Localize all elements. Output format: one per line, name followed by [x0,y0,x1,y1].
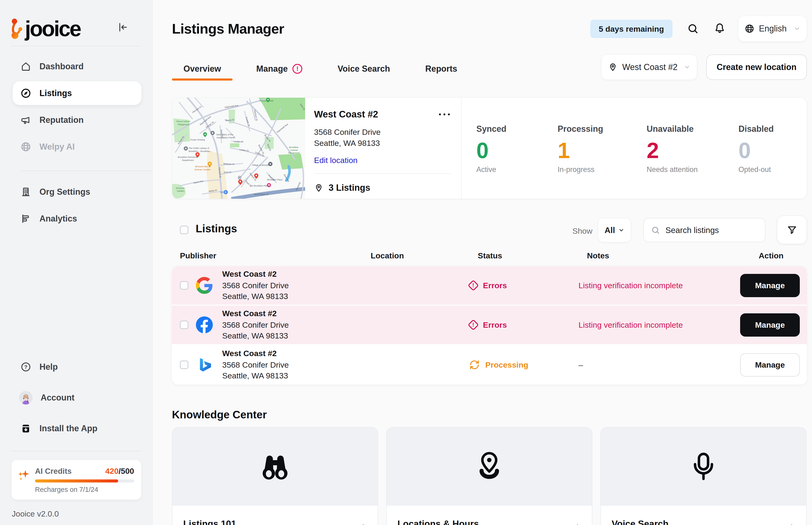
column-header-location: Location [371,251,404,260]
bell-icon[interactable] [713,21,726,35]
arrow-right-icon[interactable]: → [570,518,581,525]
megaphone-icon [20,115,31,126]
sidebar-item-reputation[interactable]: Reputation [13,108,141,132]
arrow-right-icon[interactable]: → [356,518,367,525]
tab-label: Reports [425,64,457,74]
row-address1: 3568 Conifer Drive [222,319,469,330]
manage-button[interactable]: Manage [740,274,800,297]
manage-button[interactable]: Manage [740,353,800,377]
sidebar-item-label: Account [41,393,74,403]
row-checkbox[interactable] [180,321,189,329]
row-address1: 3568 Conifer Drive [222,280,469,291]
stat-unavailable: Unavailable 2 Needs attention [647,124,738,199]
compass-icon [20,88,31,99]
address-line1: 3568 Conifer Drive [314,126,451,138]
search-listings-input[interactable] [665,225,771,235]
create-location-button[interactable]: Create new location [706,55,807,80]
error-diamond-icon: ! [468,319,479,330]
bar-chart-icon [20,213,31,224]
sidebar-item-listings[interactable]: Listings [13,81,141,105]
tab-bar: Overview Manage ! Voice Search Reports [172,62,469,76]
bing-logo-icon [196,356,213,373]
row-checkbox[interactable] [180,361,189,369]
stat-sublabel: Opted-out [738,165,774,174]
table-row-google: West Coast #2 3568 Conifer Drive Seattle… [172,266,807,305]
app-logo[interactable]: jooice [11,16,80,41]
tab-manage[interactable]: Manage ! [245,62,314,76]
overflow-menu-icon[interactable] [438,112,451,117]
manage-button[interactable]: Manage [740,313,800,336]
logo-text: jooice [25,18,80,40]
ai-credits-card: AI Credits 420 /500 Recharges on 7/1/24 [12,460,141,500]
sidebar-item-label: Org Settings [40,187,90,197]
knowledge-card-voice-search[interactable]: Voice Search → Find out how voice search… [600,427,807,525]
divider [11,46,142,46]
tab-overview[interactable]: Overview [172,62,232,76]
svg-text:Saint Mary of the: Saint Mary of the [216,133,233,136]
location-map[interactable]: Parsons FieldKent StAspinwall AveHarriso… [172,98,305,199]
row-address2: Seattle, WA 98133 [222,291,469,302]
tab-label: Overview [183,64,221,74]
row-address1: 3568 Conifer Drive [222,359,469,370]
sidebar-item-org-settings[interactable]: Org Settings [13,180,141,204]
show-filter-select[interactable]: All [598,218,631,242]
row-status: Processing [485,360,528,370]
svg-text:Emerson: Emerson [176,187,185,189]
ai-credits-progressbar [35,479,134,482]
knowledge-card-locations-hours[interactable]: Locations & Hours → Create and manage mu… [386,427,592,525]
location-selector[interactable]: West Coast #2 [601,55,697,80]
knowledge-cards: Listings 101 → Learn about publisher act… [172,427,807,525]
sidebar-collapse-icon[interactable] [117,21,129,33]
sidebar-item-account[interactable]: Account [13,386,141,409]
sparkles-icon [17,468,30,494]
arrow-right-icon[interactable]: → [784,518,795,525]
svg-text:Power Rowing: Power Rowing [191,138,205,141]
stat-label: Disabled [738,124,774,134]
card-hero [601,427,806,506]
address-line2: Seattle, WA 98133 [314,138,451,149]
sidebar-item-analytics[interactable]: Analytics [13,207,141,230]
funnel-icon [787,225,797,235]
ai-credits-label: AI Credits [35,467,105,476]
show-filter-value: All [605,225,615,235]
svg-text:Garden: Garden [177,190,184,192]
map-pin-icon [314,183,324,193]
svg-text:Playground: Playground [178,123,189,126]
row-location-name: West Coast #2 [222,349,469,358]
sidebar-item-label: Install the App [40,423,97,433]
filter-button[interactable] [777,216,807,244]
sidebar-bottom-nav: ? Help Account [0,355,153,447]
column-header-action: Action [759,251,784,260]
location-address: 3568 Conifer Drive Seattle, WA 98133 [314,126,451,149]
table-row-bing: West Coast #2 3568 Conifer Drive Seattle… [172,345,807,385]
install-app-icon [20,423,31,434]
svg-text:Brookline – Brookline...: Brookline – Brookline... [189,150,212,152]
sidebar-item-welpy-ai[interactable]: Welpy AI [13,135,141,159]
edit-location-link[interactable]: Edit location [314,156,358,165]
language-selector[interactable]: English [738,16,807,42]
svg-text:Pierce School: Pierce School [176,120,190,123]
table-row-facebook: West Coast #2 3568 Conifer Drive Seattle… [172,305,807,345]
svg-text:Blossom Bar at: Blossom Bar at [195,165,210,168]
sidebar-item-install-app[interactable]: Install the App [13,417,141,440]
knowledge-card-listings-101[interactable]: Listings 101 → Learn about publisher act… [172,427,378,525]
search-icon [651,225,660,235]
select-all-checkbox[interactable] [180,226,189,234]
sidebar-item-label: Dashboard [40,62,84,71]
tab-voice-search[interactable]: Voice Search [326,62,402,76]
row-checkbox[interactable] [180,281,189,290]
listings-count: 3 Listings [329,183,370,193]
search-icon[interactable] [686,22,700,35]
stat-disabled: Disabled 0 Opted-out [738,124,774,199]
location-overview-card: Parsons FieldKent StAspinwall AveHarriso… [172,97,807,199]
stat-label: Synced [476,124,558,134]
row-status: Errors [483,320,507,330]
tab-reports[interactable]: Reports [414,62,469,76]
svg-text:Brookline Personnel: Brookline Personnel [178,156,198,158]
listings-search [643,218,766,242]
location-name: West Coast #2 [314,109,438,120]
sidebar-item-dashboard[interactable]: Dashboard [13,55,141,78]
sidebar-item-help[interactable]: ? Help [13,355,141,379]
stat-value: 2 [647,139,738,162]
ai-credits-recharge-note: Recharges on 7/1/24 [35,486,134,494]
